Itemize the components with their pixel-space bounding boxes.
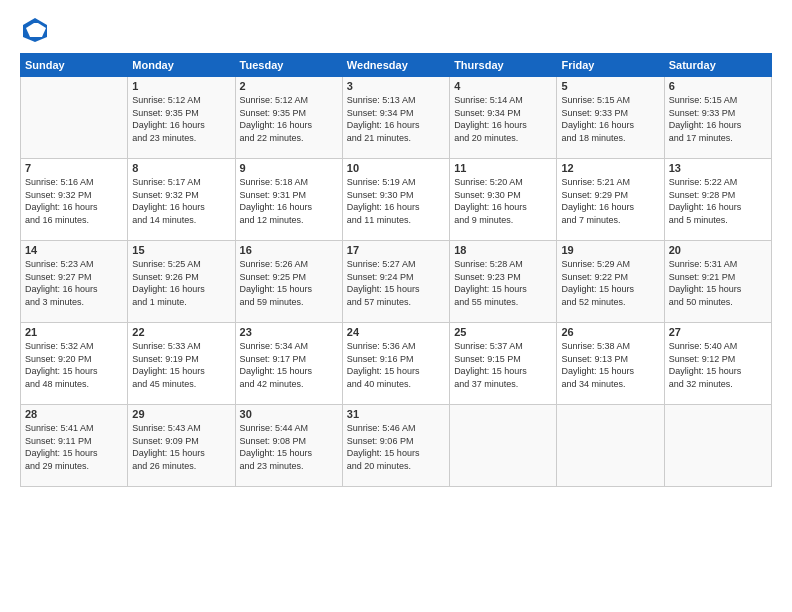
day-info: Sunrise: 5:34 AM Sunset: 9:17 PM Dayligh… [240,340,338,390]
calendar-cell: 2Sunrise: 5:12 AM Sunset: 9:35 PM Daylig… [235,77,342,159]
day-info: Sunrise: 5:37 AM Sunset: 9:15 PM Dayligh… [454,340,552,390]
day-number: 15 [132,244,230,256]
week-row-3: 14Sunrise: 5:23 AM Sunset: 9:27 PM Dayli… [21,241,772,323]
day-info: Sunrise: 5:16 AM Sunset: 9:32 PM Dayligh… [25,176,123,226]
calendar-cell: 22Sunrise: 5:33 AM Sunset: 9:19 PM Dayli… [128,323,235,405]
calendar-cell [21,77,128,159]
day-number: 18 [454,244,552,256]
day-info: Sunrise: 5:44 AM Sunset: 9:08 PM Dayligh… [240,422,338,472]
day-info: Sunrise: 5:40 AM Sunset: 9:12 PM Dayligh… [669,340,767,390]
day-number: 12 [561,162,659,174]
calendar-cell [557,405,664,487]
day-info: Sunrise: 5:12 AM Sunset: 9:35 PM Dayligh… [132,94,230,144]
day-info: Sunrise: 5:18 AM Sunset: 9:31 PM Dayligh… [240,176,338,226]
calendar-cell: 31Sunrise: 5:46 AM Sunset: 9:06 PM Dayli… [342,405,449,487]
day-number: 20 [669,244,767,256]
day-number: 30 [240,408,338,420]
day-info: Sunrise: 5:12 AM Sunset: 9:35 PM Dayligh… [240,94,338,144]
header-row: SundayMondayTuesdayWednesdayThursdayFrid… [21,54,772,77]
day-number: 11 [454,162,552,174]
week-row-5: 28Sunrise: 5:41 AM Sunset: 9:11 PM Dayli… [21,405,772,487]
day-number: 19 [561,244,659,256]
day-info: Sunrise: 5:22 AM Sunset: 9:28 PM Dayligh… [669,176,767,226]
logo-icon [20,15,50,45]
day-info: Sunrise: 5:36 AM Sunset: 9:16 PM Dayligh… [347,340,445,390]
calendar-cell: 15Sunrise: 5:25 AM Sunset: 9:26 PM Dayli… [128,241,235,323]
day-info: Sunrise: 5:21 AM Sunset: 9:29 PM Dayligh… [561,176,659,226]
calendar-cell: 10Sunrise: 5:19 AM Sunset: 9:30 PM Dayli… [342,159,449,241]
day-number: 7 [25,162,123,174]
day-info: Sunrise: 5:28 AM Sunset: 9:23 PM Dayligh… [454,258,552,308]
day-number: 23 [240,326,338,338]
day-info: Sunrise: 5:15 AM Sunset: 9:33 PM Dayligh… [561,94,659,144]
day-info: Sunrise: 5:13 AM Sunset: 9:34 PM Dayligh… [347,94,445,144]
day-number: 8 [132,162,230,174]
calendar-cell: 23Sunrise: 5:34 AM Sunset: 9:17 PM Dayli… [235,323,342,405]
day-info: Sunrise: 5:23 AM Sunset: 9:27 PM Dayligh… [25,258,123,308]
day-info: Sunrise: 5:15 AM Sunset: 9:33 PM Dayligh… [669,94,767,144]
day-info: Sunrise: 5:43 AM Sunset: 9:09 PM Dayligh… [132,422,230,472]
header [20,15,772,45]
calendar-cell: 24Sunrise: 5:36 AM Sunset: 9:16 PM Dayli… [342,323,449,405]
day-number: 14 [25,244,123,256]
calendar-cell: 6Sunrise: 5:15 AM Sunset: 9:33 PM Daylig… [664,77,771,159]
logo [20,15,54,45]
day-number: 4 [454,80,552,92]
header-cell-tuesday: Tuesday [235,54,342,77]
calendar-cell: 27Sunrise: 5:40 AM Sunset: 9:12 PM Dayli… [664,323,771,405]
day-number: 28 [25,408,123,420]
day-info: Sunrise: 5:26 AM Sunset: 9:25 PM Dayligh… [240,258,338,308]
header-cell-friday: Friday [557,54,664,77]
day-number: 29 [132,408,230,420]
day-number: 24 [347,326,445,338]
day-info: Sunrise: 5:31 AM Sunset: 9:21 PM Dayligh… [669,258,767,308]
header-cell-sunday: Sunday [21,54,128,77]
day-info: Sunrise: 5:17 AM Sunset: 9:32 PM Dayligh… [132,176,230,226]
header-cell-monday: Monday [128,54,235,77]
calendar-cell: 25Sunrise: 5:37 AM Sunset: 9:15 PM Dayli… [450,323,557,405]
day-number: 6 [669,80,767,92]
day-info: Sunrise: 5:38 AM Sunset: 9:13 PM Dayligh… [561,340,659,390]
calendar-cell: 29Sunrise: 5:43 AM Sunset: 9:09 PM Dayli… [128,405,235,487]
day-info: Sunrise: 5:14 AM Sunset: 9:34 PM Dayligh… [454,94,552,144]
calendar-cell: 13Sunrise: 5:22 AM Sunset: 9:28 PM Dayli… [664,159,771,241]
calendar-cell: 3Sunrise: 5:13 AM Sunset: 9:34 PM Daylig… [342,77,449,159]
week-row-2: 7Sunrise: 5:16 AM Sunset: 9:32 PM Daylig… [21,159,772,241]
calendar-body: 1Sunrise: 5:12 AM Sunset: 9:35 PM Daylig… [21,77,772,487]
calendar-cell [664,405,771,487]
day-number: 10 [347,162,445,174]
day-number: 5 [561,80,659,92]
calendar-cell: 9Sunrise: 5:18 AM Sunset: 9:31 PM Daylig… [235,159,342,241]
header-cell-wednesday: Wednesday [342,54,449,77]
day-number: 21 [25,326,123,338]
calendar-cell: 21Sunrise: 5:32 AM Sunset: 9:20 PM Dayli… [21,323,128,405]
calendar-cell: 16Sunrise: 5:26 AM Sunset: 9:25 PM Dayli… [235,241,342,323]
calendar-cell: 8Sunrise: 5:17 AM Sunset: 9:32 PM Daylig… [128,159,235,241]
calendar-cell [450,405,557,487]
day-number: 13 [669,162,767,174]
week-row-4: 21Sunrise: 5:32 AM Sunset: 9:20 PM Dayli… [21,323,772,405]
day-info: Sunrise: 5:27 AM Sunset: 9:24 PM Dayligh… [347,258,445,308]
day-number: 9 [240,162,338,174]
calendar-cell: 26Sunrise: 5:38 AM Sunset: 9:13 PM Dayli… [557,323,664,405]
header-cell-saturday: Saturday [664,54,771,77]
day-info: Sunrise: 5:25 AM Sunset: 9:26 PM Dayligh… [132,258,230,308]
day-number: 27 [669,326,767,338]
calendar-cell: 20Sunrise: 5:31 AM Sunset: 9:21 PM Dayli… [664,241,771,323]
day-number: 17 [347,244,445,256]
day-number: 3 [347,80,445,92]
calendar-cell: 28Sunrise: 5:41 AM Sunset: 9:11 PM Dayli… [21,405,128,487]
day-number: 31 [347,408,445,420]
day-number: 1 [132,80,230,92]
calendar-cell: 11Sunrise: 5:20 AM Sunset: 9:30 PM Dayli… [450,159,557,241]
day-info: Sunrise: 5:19 AM Sunset: 9:30 PM Dayligh… [347,176,445,226]
day-info: Sunrise: 5:29 AM Sunset: 9:22 PM Dayligh… [561,258,659,308]
calendar-cell: 18Sunrise: 5:28 AM Sunset: 9:23 PM Dayli… [450,241,557,323]
day-number: 25 [454,326,552,338]
day-number: 2 [240,80,338,92]
header-cell-thursday: Thursday [450,54,557,77]
calendar-header: SundayMondayTuesdayWednesdayThursdayFrid… [21,54,772,77]
day-info: Sunrise: 5:46 AM Sunset: 9:06 PM Dayligh… [347,422,445,472]
calendar-cell: 7Sunrise: 5:16 AM Sunset: 9:32 PM Daylig… [21,159,128,241]
calendar-cell: 17Sunrise: 5:27 AM Sunset: 9:24 PM Dayli… [342,241,449,323]
